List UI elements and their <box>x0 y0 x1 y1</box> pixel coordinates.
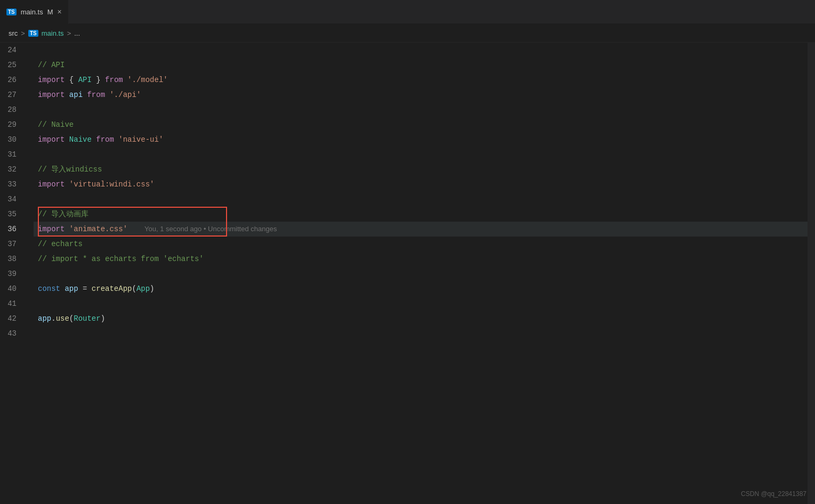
breadcrumb-src[interactable]: src <box>9 29 18 37</box>
code-line: // 导入动画库 <box>34 207 808 222</box>
token-white: = <box>78 281 92 296</box>
line-number: 30 <box>4 132 25 147</box>
left-edge <box>0 43 4 504</box>
tab-main-ts[interactable]: TS main.ts M × <box>0 0 69 24</box>
token-string: './model' <box>127 72 168 87</box>
token-comment: // import * as echarts from 'echarts' <box>38 251 204 266</box>
token-identifier: app <box>38 311 51 326</box>
code-line: import Naive from 'naive-ui' <box>34 132 808 147</box>
token-comment: // API <box>38 58 64 72</box>
token-white: ( <box>69 311 74 326</box>
token-white <box>64 222 69 237</box>
token-string: './api' <box>109 87 141 102</box>
code-line: // echarts <box>34 237 808 251</box>
token-from-kw: from <box>87 87 105 102</box>
token-func: createApp <box>92 281 132 296</box>
code-line <box>34 102 808 117</box>
token-white <box>105 87 109 102</box>
token-string: 'animate.css' <box>69 222 127 237</box>
line-number: 38 <box>4 251 25 266</box>
code-line: import 'animate.css'You, 1 second ago • … <box>34 222 808 237</box>
token-app-class: App <box>136 281 150 296</box>
token-white: ) <box>150 281 154 296</box>
breadcrumb-ellipsis: ... <box>74 29 80 37</box>
token-string: 'naive-ui' <box>118 132 163 147</box>
token-from-kw: from <box>105 72 123 87</box>
token-white <box>60 281 64 296</box>
token-white: ( <box>132 281 136 296</box>
code-line: const app = createApp(App) <box>34 281 808 296</box>
code-line <box>34 43 808 58</box>
tab-modified-indicator: M <box>47 8 53 16</box>
line-number: 24 <box>4 43 25 58</box>
code-line: app.use(Router) <box>34 311 808 326</box>
token-white: } <box>92 72 105 87</box>
token-identifier: api <box>69 87 83 102</box>
right-gutter <box>808 43 815 504</box>
line-number: 29 <box>4 117 25 132</box>
token-white <box>64 132 69 147</box>
token-naive: Naive <box>69 132 92 147</box>
token-comment: // 导入windicss <box>38 162 102 177</box>
code-line <box>34 326 808 341</box>
token-keyword: import <box>38 177 64 192</box>
line-number: 31 <box>4 147 25 162</box>
line-number: 35 <box>4 207 25 222</box>
tab-close-button[interactable]: × <box>58 7 62 16</box>
token-app-class: Router <box>74 311 100 326</box>
watermark: CSDN @qq_22841387 <box>741 490 806 498</box>
token-const-kw: const <box>38 281 60 296</box>
tab-filename: main.ts <box>21 8 43 16</box>
token-func: use <box>56 311 69 326</box>
token-comment: // Naive <box>38 117 74 132</box>
git-blame: You, 1 second ago • Uncommitted changes <box>144 222 277 237</box>
code-line: import api from './api' <box>34 87 808 102</box>
token-keyword: import <box>38 132 64 147</box>
code-line: // 导入windicss <box>34 162 808 177</box>
code-line: // Naive <box>34 117 808 132</box>
code-line: // API <box>34 58 808 72</box>
token-from-kw: from <box>96 132 114 147</box>
code-content[interactable]: // APIimport { API } from './model'impor… <box>34 43 808 504</box>
token-keyword: import <box>38 87 64 102</box>
code-line: import 'virtual:windi.css' <box>34 177 808 192</box>
token-comment: // echarts <box>38 237 83 251</box>
breadcrumb: src > TS main.ts > ... <box>0 24 815 43</box>
line-number: 34 <box>4 192 25 207</box>
token-api: API <box>78 72 92 87</box>
token-white: . <box>51 311 55 326</box>
token-white <box>92 132 96 147</box>
line-number: 27 <box>4 87 25 102</box>
line-number: 33 <box>4 177 25 192</box>
line-number: 43 <box>4 326 25 341</box>
token-comment: // 导入动画库 <box>38 207 88 222</box>
ts-file-icon: TS <box>6 9 17 15</box>
breadcrumb-sep1: > <box>21 29 25 37</box>
code-line <box>34 147 808 162</box>
token-identifier: app <box>64 281 78 296</box>
line-number: 40 <box>4 281 25 296</box>
code-line <box>34 192 808 207</box>
breadcrumb-sep2: > <box>67 29 71 37</box>
line-number: 26 <box>4 72 25 87</box>
token-white <box>83 87 87 102</box>
token-white <box>123 72 127 87</box>
code-line: import { API } from './model' <box>34 72 808 87</box>
tab-bar: TS main.ts M × <box>0 0 815 24</box>
code-area: 2425262728293031323334353637383940414243… <box>0 43 815 504</box>
line-number: 42 <box>4 311 25 326</box>
breadcrumb-filename[interactable]: main.ts <box>42 29 64 37</box>
token-white: { <box>64 72 78 87</box>
line-number: 41 <box>4 296 25 311</box>
code-line: // import * as echarts from 'echarts' <box>34 251 808 266</box>
line-numbers: 2425262728293031323334353637383940414243 <box>4 43 34 504</box>
line-number: 36 <box>4 222 25 237</box>
token-white <box>64 87 69 102</box>
token-keyword: import <box>38 222 64 237</box>
breadcrumb-ts-icon: TS <box>28 30 38 37</box>
code-line <box>34 296 808 311</box>
token-string: 'virtual:windi.css' <box>69 177 155 192</box>
token-white <box>64 177 69 192</box>
token-white <box>114 132 118 147</box>
line-number: 32 <box>4 162 25 177</box>
